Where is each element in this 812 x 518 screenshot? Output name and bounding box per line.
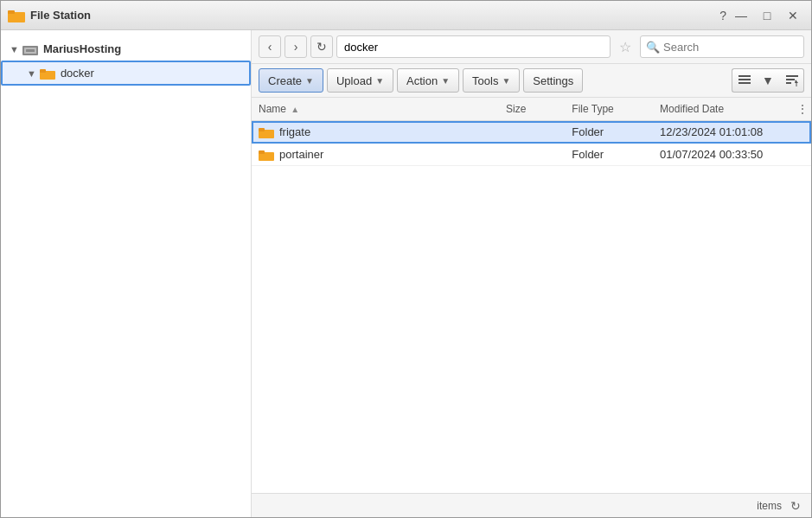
- tools-label: Tools: [472, 74, 498, 87]
- column-menu-header: ⋮: [790, 98, 811, 121]
- file-size-cell: [499, 144, 565, 166]
- svg-rect-1: [8, 10, 15, 14]
- column-type-header[interactable]: File Type: [565, 98, 653, 121]
- toolbar: Create ▼ Upload ▼ Action ▼ Tools ▼ Setti…: [252, 64, 811, 98]
- current-path: docker: [344, 41, 378, 54]
- search-icon: 🔍: [646, 41, 660, 54]
- svg-rect-4: [26, 49, 35, 52]
- file-station-window: File Station ? — □ ✕ ▼ MariusHosting ▼: [0, 0, 812, 518]
- svg-rect-11: [786, 79, 795, 80]
- refresh-nav-button[interactable]: ↻: [310, 35, 333, 58]
- window-title: File Station: [30, 9, 719, 22]
- back-button[interactable]: ‹: [259, 35, 281, 58]
- action-label: Action: [406, 74, 438, 87]
- folder-expand-arrow: ▼: [27, 68, 36, 79]
- upload-dropdown-arrow: ▼: [375, 76, 384, 86]
- settings-label: Settings: [533, 74, 573, 87]
- folder-row-icon: [259, 126, 274, 138]
- file-name-label: portainer: [279, 148, 323, 161]
- sidebar-host-item[interactable]: ▼ MariusHosting: [1, 37, 251, 61]
- search-input[interactable]: [663, 41, 798, 54]
- folder-icon: [40, 67, 55, 80]
- host-expand-arrow: ▼: [10, 44, 19, 54]
- svg-rect-17: [259, 150, 265, 154]
- sidebar: ▼ MariusHosting ▼ docker: [1, 30, 252, 517]
- path-box: docker: [336, 35, 611, 58]
- sort-button[interactable]: [780, 68, 804, 93]
- column-menu-icon: ⋮: [797, 103, 808, 115]
- sidebar-host-label: MariusHosting: [43, 42, 121, 55]
- sort-arrow-name: ▲: [291, 105, 299, 114]
- file-table: Name ▲ Size File Type Modified Date: [252, 98, 811, 166]
- status-items-label: items: [757, 500, 782, 512]
- svg-rect-6: [40, 69, 46, 73]
- status-bar: items ↻: [252, 493, 811, 517]
- upload-label: Upload: [336, 74, 372, 87]
- upload-button[interactable]: Upload ▼: [327, 68, 393, 93]
- host-icon: [22, 43, 38, 55]
- table-row[interactable]: frigate Folder12/23/2024 01:01:08: [252, 121, 811, 144]
- favorite-button[interactable]: ☆: [614, 35, 636, 58]
- create-dropdown-arrow: ▼: [305, 76, 314, 86]
- right-pane: ‹ › ↻ docker ☆ 🔍 Create ▼ Upl: [252, 30, 811, 517]
- column-name-header[interactable]: Name ▲: [252, 98, 499, 121]
- folder-row-icon: [259, 149, 274, 161]
- file-name-cell: portainer: [252, 144, 499, 166]
- file-date-cell: 01/07/2024 00:33:50: [653, 144, 790, 166]
- window-controls: — □ ✕: [730, 7, 804, 24]
- tools-button[interactable]: Tools ▼: [463, 68, 520, 93]
- search-box[interactable]: 🔍: [640, 35, 804, 58]
- table-row[interactable]: portainer Folder01/07/2024 00:33:50: [252, 144, 811, 166]
- minimize-button[interactable]: —: [730, 7, 752, 24]
- file-type-cell: Folder: [565, 121, 653, 144]
- list-view-icon: [738, 74, 751, 86]
- svg-rect-8: [738, 79, 751, 80]
- refresh-status-button[interactable]: ↻: [787, 497, 804, 515]
- file-menu-cell: [790, 144, 811, 166]
- view-options-button[interactable]: ▼: [756, 68, 780, 93]
- close-button[interactable]: ✕: [782, 7, 804, 24]
- file-table-container: Name ▲ Size File Type Modified Date: [252, 98, 811, 493]
- svg-rect-12: [786, 82, 791, 84]
- nav-bar: ‹ › ↻ docker ☆ 🔍: [252, 30, 811, 64]
- maximize-button[interactable]: □: [756, 7, 778, 24]
- settings-button[interactable]: Settings: [523, 68, 583, 93]
- action-button[interactable]: Action ▼: [397, 68, 459, 93]
- tools-dropdown-arrow: ▼: [502, 76, 510, 86]
- action-dropdown-arrow: ▼: [441, 76, 450, 86]
- file-menu-cell: [790, 121, 811, 144]
- sidebar-item-label: docker: [61, 67, 94, 80]
- help-icon[interactable]: ?: [719, 9, 726, 22]
- list-view-button[interactable]: [732, 68, 756, 93]
- titlebar-app-icon: [8, 7, 25, 24]
- svg-rect-10: [786, 75, 798, 77]
- svg-rect-15: [259, 128, 265, 131]
- file-name-label: frigate: [279, 125, 310, 138]
- column-date-header[interactable]: Modified Date: [653, 98, 790, 121]
- svg-rect-9: [738, 82, 751, 84]
- column-size-header[interactable]: Size: [499, 98, 565, 121]
- sidebar-item-docker[interactable]: ▼ docker: [1, 61, 251, 86]
- file-type-cell: Folder: [565, 144, 653, 166]
- file-size-cell: [499, 121, 565, 144]
- titlebar: File Station ? — □ ✕: [1, 1, 811, 30]
- svg-rect-7: [738, 75, 751, 77]
- svg-marker-13: [795, 80, 798, 86]
- file-name-cell: frigate: [252, 121, 499, 144]
- main-content: ▼ MariusHosting ▼ docker ‹: [1, 30, 811, 517]
- table-header-row: Name ▲ Size File Type Modified Date: [252, 98, 811, 121]
- file-date-cell: 12/23/2024 01:01:08: [653, 121, 790, 144]
- view-toggle-group: ▼: [732, 68, 804, 93]
- forward-button[interactable]: ›: [285, 35, 307, 58]
- create-button[interactable]: Create ▼: [259, 68, 323, 93]
- sort-icon: [786, 74, 798, 86]
- create-label: Create: [268, 74, 302, 87]
